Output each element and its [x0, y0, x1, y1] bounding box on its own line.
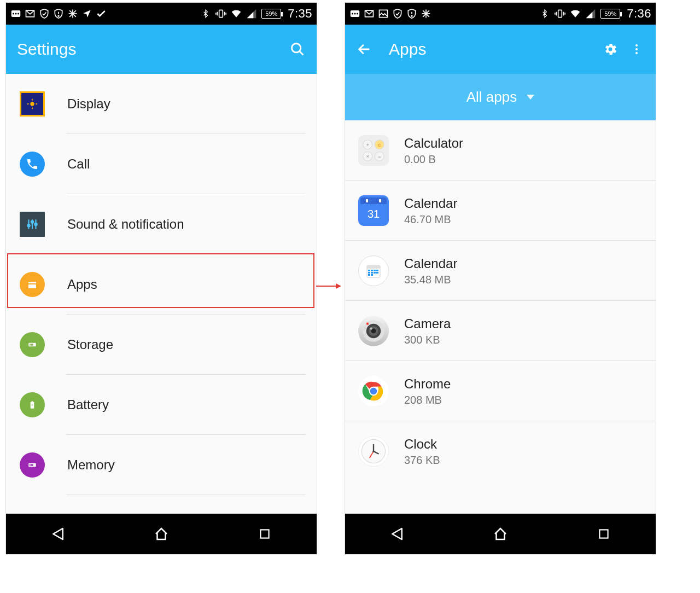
location-icon: [81, 8, 92, 19]
svg-point-97: [372, 450, 375, 452]
svg-rect-76: [374, 270, 376, 271]
svg-rect-40: [31, 464, 32, 466]
app-name: Chrome: [404, 376, 451, 392]
svg-point-50: [411, 15, 412, 16]
settings-item-battery[interactable]: + Battery: [6, 375, 317, 435]
svg-text:+: +: [31, 403, 33, 407]
app-bar: Apps: [345, 25, 656, 74]
app-size: 376 KB: [404, 454, 440, 467]
settings-item-apps[interactable]: Apps: [6, 254, 317, 315]
status-bar: 59% 7:36: [345, 3, 656, 25]
svg-rect-32: [30, 344, 31, 345]
back-arrow-icon[interactable]: [356, 41, 372, 57]
svg-text:=: =: [378, 153, 381, 159]
svg-rect-98: [600, 530, 608, 538]
gmail-icon: [364, 8, 375, 19]
settings-item-label: Call: [67, 156, 90, 172]
app-size: 35.48 MB: [404, 274, 457, 286]
home-button[interactable]: [489, 523, 511, 545]
svg-text:+: +: [366, 142, 369, 148]
recent-button[interactable]: [254, 523, 276, 545]
svg-rect-75: [371, 270, 373, 271]
svg-point-6: [58, 15, 59, 16]
bluetooth-icon: [539, 8, 550, 19]
back-button[interactable]: [47, 523, 69, 545]
svg-point-18: [30, 102, 34, 106]
svg-point-62: [635, 48, 638, 50]
display-icon: [20, 91, 45, 117]
app-item-calendar-google[interactable]: 31 Calendar 46.70 MB: [345, 181, 656, 241]
svg-rect-77: [376, 270, 378, 271]
app-size: 46.70 MB: [404, 213, 457, 226]
svg-point-26: [27, 224, 30, 226]
filter-dropdown[interactable]: All apps: [345, 74, 656, 120]
app-item-clock[interactable]: Clock 376 KB: [345, 421, 656, 481]
asterisk-icon: [67, 8, 78, 19]
svg-rect-73: [367, 265, 380, 269]
app-name: Camera: [404, 316, 451, 332]
equalizer-icon: [20, 212, 45, 237]
settings-item-sound[interactable]: Sound & notification: [6, 194, 317, 254]
settings-item-call[interactable]: Call: [6, 134, 317, 194]
settings-item-label: Memory: [67, 457, 115, 473]
wifi-icon: [231, 8, 242, 19]
svg-point-27: [31, 221, 33, 223]
svg-point-63: [635, 52, 638, 54]
wifi-icon: [570, 8, 581, 19]
signal-icon: [585, 8, 596, 19]
svg-rect-41: [32, 464, 33, 466]
svg-point-45: [354, 13, 356, 15]
recent-button[interactable]: [593, 523, 615, 545]
image-icon: [378, 8, 389, 19]
svg-point-88: [370, 327, 372, 329]
app-item-camera[interactable]: Camera 300 KB: [345, 301, 656, 361]
calculator-icon: +c×=: [358, 135, 389, 166]
filter-label: All apps: [466, 89, 517, 106]
apps-list: +c×= Calculator 0.00 B 31 Calendar: [345, 120, 656, 514]
camera-icon: [358, 316, 389, 346]
svg-rect-34: [32, 344, 33, 345]
apps-screen: 59% 7:36 Apps All apps: [345, 2, 656, 555]
asterisk-icon: [421, 8, 431, 19]
apps-icon: [20, 272, 45, 297]
svg-rect-79: [371, 272, 373, 274]
svg-rect-82: [368, 274, 370, 276]
svg-point-1: [13, 13, 14, 15]
search-icon[interactable]: [289, 41, 306, 57]
app-item-chrome[interactable]: Chrome 208 MB: [345, 361, 656, 421]
svg-rect-42: [261, 530, 269, 538]
settings-item-display[interactable]: Display: [6, 74, 317, 134]
clock-time: 7:35: [288, 7, 312, 21]
gear-icon[interactable]: [602, 41, 619, 57]
more-icon: [10, 8, 21, 19]
app-name: Calculator: [404, 136, 463, 151]
nav-bar: [345, 514, 656, 554]
settings-item-memory[interactable]: Memory: [6, 435, 317, 495]
settings-item-storage[interactable]: Storage: [6, 315, 317, 375]
svg-point-89: [366, 323, 369, 325]
svg-rect-55: [558, 10, 562, 17]
status-bar: 59% 7:35: [6, 3, 317, 25]
check-icon: [96, 8, 107, 19]
battery-icon: 59%: [261, 9, 281, 19]
svg-rect-83: [371, 274, 373, 276]
svg-rect-81: [376, 272, 378, 274]
app-item-calculator[interactable]: +c×= Calculator 0.00 B: [345, 120, 656, 181]
app-item-calendar-stock[interactable]: Calendar 35.48 MB: [345, 241, 656, 301]
app-size: 208 MB: [404, 394, 451, 406]
app-name: Calendar: [404, 196, 457, 211]
svg-line-17: [300, 51, 304, 55]
chevron-down-icon: [527, 95, 534, 100]
battery-icon: +: [20, 392, 45, 417]
calendar-icon: 31: [358, 195, 389, 226]
svg-rect-30: [28, 284, 36, 288]
overflow-icon[interactable]: [628, 41, 645, 57]
bluetooth-icon: [200, 8, 211, 19]
svg-point-46: [357, 13, 358, 15]
svg-rect-33: [31, 344, 32, 345]
svg-rect-11: [219, 10, 223, 17]
svg-point-61: [635, 44, 638, 46]
home-button[interactable]: [150, 523, 172, 545]
back-button[interactable]: [386, 523, 408, 545]
page-title: Apps: [389, 40, 426, 59]
